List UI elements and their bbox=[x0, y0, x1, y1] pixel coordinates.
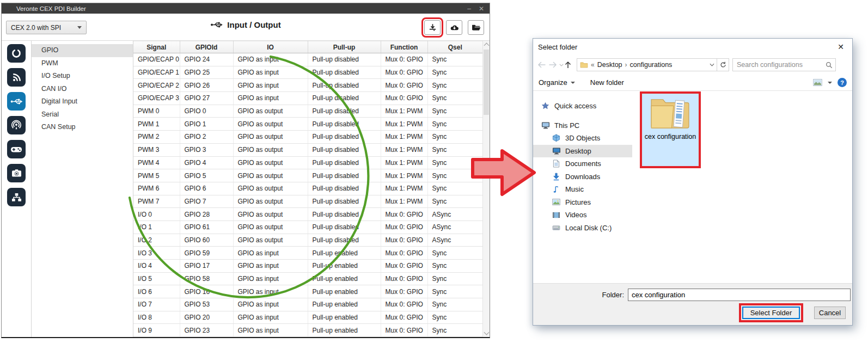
table-cell[interactable]: GPIO as output bbox=[233, 156, 308, 169]
table-cell[interactable]: Pull-up disabled bbox=[308, 195, 381, 208]
table-cell[interactable]: GPIO 59 bbox=[180, 247, 233, 260]
nav-item[interactable]: GPIO bbox=[32, 44, 133, 57]
nav-item[interactable]: I/O Setup bbox=[32, 70, 133, 83]
refresh-button[interactable] bbox=[717, 58, 729, 71]
table-cell[interactable]: Sync bbox=[427, 247, 482, 260]
table-cell[interactable]: Pull-up disabled bbox=[308, 169, 381, 182]
table-cell[interactable]: Mux 0: GPIO bbox=[381, 220, 427, 234]
sidebar-item[interactable]: Videos bbox=[533, 209, 632, 222]
table-cell[interactable]: GPIO 61 bbox=[180, 220, 233, 234]
table-cell[interactable]: GPIO as input bbox=[233, 285, 308, 298]
table-cell[interactable]: Mux 1: PWM bbox=[381, 195, 427, 208]
table-cell[interactable]: GPIO as input bbox=[233, 311, 308, 324]
usb-icon[interactable] bbox=[7, 92, 26, 111]
table-cell[interactable]: Mux 1: PWM bbox=[381, 118, 427, 131]
table-cell[interactable]: PWM 2 bbox=[133, 131, 180, 144]
table-cell[interactable]: Sync bbox=[427, 143, 482, 156]
table-cell[interactable]: GPIO as input bbox=[233, 53, 308, 66]
table-cell[interactable]: GPIO as input bbox=[233, 247, 308, 260]
table-cell[interactable]: PWM 3 bbox=[133, 143, 180, 156]
table-cell[interactable]: GPIO 17 bbox=[180, 260, 233, 273]
nav-item[interactable]: CAN I/O bbox=[32, 83, 133, 96]
select-folder-button[interactable]: Select Folder bbox=[742, 307, 800, 319]
sidebar-item[interactable]: 3D Objects bbox=[533, 132, 632, 145]
table-cell[interactable]: Pull-up disabled bbox=[308, 182, 381, 195]
table-cell[interactable]: Mux 0: GPIO bbox=[381, 311, 427, 324]
table-cell[interactable]: I/O 0 bbox=[133, 208, 180, 221]
download-icon[interactable] bbox=[424, 20, 441, 35]
table-cell[interactable]: GPIO 24 bbox=[180, 53, 233, 66]
table-cell[interactable]: GPIO 3 bbox=[180, 143, 233, 156]
file-list-area[interactable]: cex configuration bbox=[632, 91, 852, 283]
table-cell[interactable]: I/O 9 bbox=[133, 324, 180, 337]
table-cell[interactable]: GPIO 16 bbox=[180, 285, 233, 298]
table-cell[interactable]: Mux 1: PWM bbox=[381, 156, 427, 169]
cancel-button[interactable]: Cancel bbox=[814, 307, 846, 319]
gamepad-icon[interactable] bbox=[7, 140, 26, 158]
table-cell[interactable]: GPIO as input bbox=[233, 324, 308, 337]
table-cell[interactable]: Pull-up enabled bbox=[308, 298, 381, 311]
table-cell[interactable]: Pull-up disabled bbox=[308, 53, 381, 66]
table-cell[interactable]: Sync bbox=[427, 131, 482, 144]
table-cell[interactable]: Sync bbox=[427, 118, 482, 131]
rss-icon[interactable] bbox=[7, 68, 26, 87]
table-cell[interactable]: GPIO/ECAP 0 bbox=[133, 53, 180, 66]
table-cell[interactable]: Pull-up disabled bbox=[308, 105, 381, 118]
search-icon[interactable] bbox=[826, 62, 833, 69]
sidebar-item[interactable]: Downloads bbox=[533, 170, 632, 183]
nav-item[interactable]: Digital Input bbox=[32, 95, 133, 108]
table-cell[interactable]: GPIO/ECAP 3 bbox=[133, 92, 180, 105]
table-cell[interactable]: PWM 5 bbox=[133, 169, 180, 182]
table-cell[interactable]: GPIO as input bbox=[233, 92, 308, 105]
table-cell[interactable]: Pull-up disabled bbox=[308, 66, 381, 79]
table-cell[interactable]: GPIO 28 bbox=[180, 208, 233, 221]
table-cell[interactable]: Pull-up disabled bbox=[308, 208, 381, 221]
table-cell[interactable]: Sync bbox=[427, 156, 482, 169]
scroll-up-icon[interactable] bbox=[484, 43, 490, 48]
scroll-down-icon[interactable] bbox=[484, 330, 490, 335]
back-icon[interactable] bbox=[537, 62, 546, 68]
table-cell[interactable]: ASync bbox=[427, 234, 482, 247]
table-cell[interactable]: PWM 6 bbox=[133, 182, 180, 195]
table-cell[interactable]: GPIO as output bbox=[233, 105, 308, 118]
table-cell[interactable]: I/O 3 bbox=[133, 247, 180, 260]
table-cell[interactable]: GPIO as output bbox=[233, 220, 308, 234]
table-cell[interactable]: Mux 0: GPIO bbox=[381, 247, 427, 260]
table-cell[interactable]: PWM 7 bbox=[133, 195, 180, 208]
nav-item[interactable]: CAN Setup bbox=[32, 121, 133, 134]
breadcrumb-collapse[interactable]: « bbox=[591, 61, 595, 69]
table-cell[interactable]: GPIO 2 bbox=[180, 131, 233, 144]
table-cell[interactable]: GPIO as output bbox=[233, 169, 308, 182]
table-cell[interactable]: GPIO as output bbox=[233, 208, 308, 221]
table-cell[interactable]: GPIO as input bbox=[233, 272, 308, 285]
breadcrumb-desktop[interactable]: Desktop bbox=[597, 61, 622, 69]
podcast-icon[interactable] bbox=[7, 116, 26, 134]
table-cell[interactable]: GPIO as output bbox=[233, 131, 308, 144]
table-cell[interactable]: Pull-up disabled bbox=[308, 220, 381, 234]
table-scrollbar[interactable] bbox=[482, 41, 490, 337]
nav-item[interactable]: PWM bbox=[32, 57, 133, 70]
table-cell[interactable]: Mux 0: GPIO bbox=[381, 79, 427, 92]
table-cell[interactable]: GPIO 27 bbox=[180, 92, 233, 105]
table-cell[interactable]: Sync bbox=[427, 92, 482, 105]
table-cell[interactable]: Pull-up enabled bbox=[308, 311, 381, 324]
table-cell[interactable]: GPIO as output bbox=[233, 118, 308, 131]
table-cell[interactable]: GPIO 58 bbox=[180, 272, 233, 285]
table-cell[interactable]: Mux 1: PWM bbox=[381, 143, 427, 156]
address-dropdown-icon[interactable] bbox=[710, 63, 714, 66]
sidebar-item[interactable]: This PC bbox=[533, 119, 632, 132]
table-cell[interactable]: GPIO 1 bbox=[180, 118, 233, 131]
table-cell[interactable]: I/O 2 bbox=[133, 234, 180, 247]
table-cell[interactable]: Mux 1: PWM bbox=[381, 131, 427, 144]
table-cell[interactable]: I/O 8 bbox=[133, 311, 180, 324]
table-cell[interactable]: ASync bbox=[427, 208, 482, 221]
table-cell[interactable]: Sync bbox=[427, 324, 482, 337]
table-cell[interactable]: Mux 1: PWM bbox=[381, 169, 427, 182]
table-cell[interactable]: Sync bbox=[427, 285, 482, 298]
sitemap-icon[interactable] bbox=[7, 188, 26, 206]
table-cell[interactable]: Mux 1: PWM bbox=[381, 105, 427, 118]
table-cell[interactable]: I/O 6 bbox=[133, 285, 180, 298]
close-button[interactable]: ✕ bbox=[479, 5, 484, 13]
table-cell[interactable]: GPIO 26 bbox=[180, 79, 233, 92]
table-cell[interactable]: GPIO 5 bbox=[180, 169, 233, 182]
